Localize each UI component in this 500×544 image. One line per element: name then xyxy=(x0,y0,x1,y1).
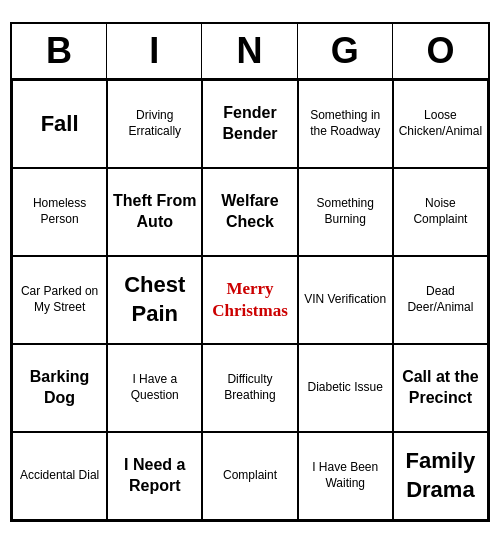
bingo-grid: FallDriving ErraticallyFender BenderSome… xyxy=(12,80,488,520)
cell-text-17: Difficulty Breathing xyxy=(207,372,292,403)
cell-text-7: Welfare Check xyxy=(207,191,292,233)
cell-text-6: Theft From Auto xyxy=(112,191,197,233)
cell-text-9: Noise Complaint xyxy=(398,196,483,227)
bingo-letter-i: I xyxy=(107,24,202,78)
bingo-cell-5: Homeless Person xyxy=(12,168,107,256)
cell-text-16: I Have a Question xyxy=(112,372,197,403)
bingo-header: BINGO xyxy=(12,24,488,80)
bingo-cell-18: Diabetic Issue xyxy=(298,344,393,432)
cell-text-4: Loose Chicken/Animal xyxy=(398,108,483,139)
bingo-cell-16: I Have a Question xyxy=(107,344,202,432)
bingo-cell-4: Loose Chicken/Animal xyxy=(393,80,488,168)
cell-text-3: Something in the Roadway xyxy=(303,108,388,139)
cell-text-22: Complaint xyxy=(223,468,277,484)
bingo-letter-g: G xyxy=(298,24,393,78)
cell-text-23: I Have Been Waiting xyxy=(303,460,388,491)
bingo-cell-24: Family Drama xyxy=(393,432,488,520)
cell-text-18: Diabetic Issue xyxy=(308,380,383,396)
cell-text-13: VIN Verification xyxy=(304,292,386,308)
cell-text-5: Homeless Person xyxy=(17,196,102,227)
bingo-cell-8: Something Burning xyxy=(298,168,393,256)
bingo-cell-10: Car Parked on My Street xyxy=(12,256,107,344)
bingo-letter-b: B xyxy=(12,24,107,78)
bingo-cell-6: Theft From Auto xyxy=(107,168,202,256)
bingo-cell-21: I Need a Report xyxy=(107,432,202,520)
bingo-cell-14: Dead Deer/Animal xyxy=(393,256,488,344)
cell-text-24: Family Drama xyxy=(398,447,483,504)
cell-text-15: Barking Dog xyxy=(17,367,102,409)
bingo-cell-0: Fall xyxy=(12,80,107,168)
cell-text-2: Fender Bender xyxy=(207,103,292,145)
bingo-cell-13: VIN Verification xyxy=(298,256,393,344)
cell-text-10: Car Parked on My Street xyxy=(17,284,102,315)
bingo-cell-3: Something in the Roadway xyxy=(298,80,393,168)
cell-text-19: Call at the Precinct xyxy=(398,367,483,409)
bingo-cell-12: Merry Christmas xyxy=(202,256,297,344)
cell-text-0: Fall xyxy=(41,110,79,139)
cell-text-8: Something Burning xyxy=(303,196,388,227)
cell-text-11: Chest Pain xyxy=(112,271,197,328)
cell-text-21: I Need a Report xyxy=(112,455,197,497)
bingo-cell-1: Driving Erratically xyxy=(107,80,202,168)
bingo-cell-17: Difficulty Breathing xyxy=(202,344,297,432)
bingo-cell-15: Barking Dog xyxy=(12,344,107,432)
bingo-cell-22: Complaint xyxy=(202,432,297,520)
bingo-letter-o: O xyxy=(393,24,488,78)
bingo-cell-9: Noise Complaint xyxy=(393,168,488,256)
bingo-cell-20: Accidental Dial xyxy=(12,432,107,520)
bingo-cell-23: I Have Been Waiting xyxy=(298,432,393,520)
bingo-cell-11: Chest Pain xyxy=(107,256,202,344)
cell-text-20: Accidental Dial xyxy=(20,468,99,484)
cell-text-1: Driving Erratically xyxy=(112,108,197,139)
cell-text-14: Dead Deer/Animal xyxy=(398,284,483,315)
cell-text-12: Merry Christmas xyxy=(207,278,292,322)
bingo-card: BINGO FallDriving ErraticallyFender Bend… xyxy=(10,22,490,522)
bingo-cell-19: Call at the Precinct xyxy=(393,344,488,432)
bingo-cell-7: Welfare Check xyxy=(202,168,297,256)
bingo-letter-n: N xyxy=(202,24,297,78)
bingo-cell-2: Fender Bender xyxy=(202,80,297,168)
